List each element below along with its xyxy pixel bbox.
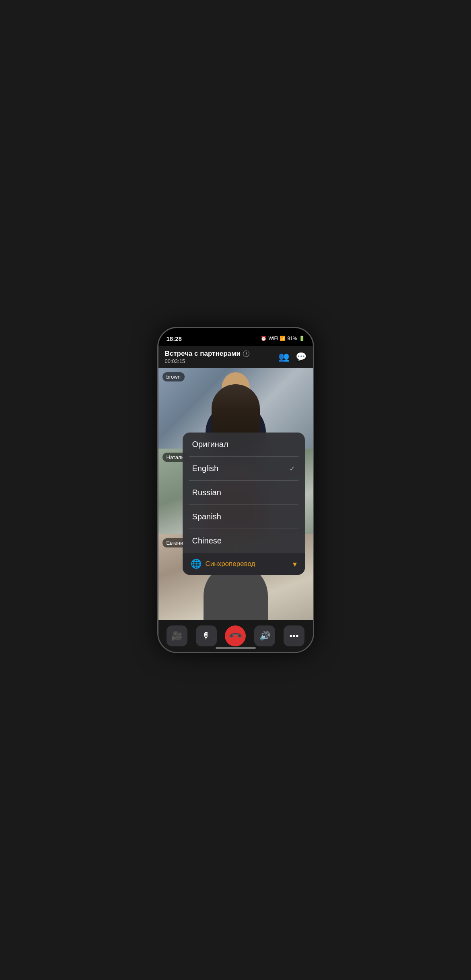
header-left: Встреча с партнерами i 00:03:15	[165, 350, 250, 364]
mic-icon: 🎙	[202, 631, 211, 641]
wifi-icon: WiFi	[268, 336, 278, 341]
participants-icon[interactable]: 👥	[278, 352, 289, 362]
header-icons: 👥 💬	[278, 352, 306, 362]
speaker-button[interactable]: 🔊	[254, 625, 275, 646]
dropdown-item-chinese[interactable]: Chinese	[183, 529, 305, 553]
dropdown-label-english: English	[192, 464, 219, 473]
alarm-icon: ⏰	[261, 336, 267, 341]
dropdown-label-original: Оригинал	[192, 440, 228, 449]
dropdown-item-original[interactable]: Оригинал	[183, 433, 305, 456]
battery-text: 91%	[287, 336, 297, 341]
signal-icon: 📶	[280, 336, 286, 341]
video-label-brown: brown	[162, 372, 185, 381]
dropdown-label-chinese: Chinese	[192, 536, 222, 545]
more-icon: •••	[290, 631, 299, 641]
sync-translate-label: Синхроперевод	[206, 560, 289, 568]
dropdown-label-spanish: Spanish	[192, 512, 221, 521]
call-header: Встреча с партнерами i 00:03:15 👥 💬	[158, 346, 313, 368]
dropdown-footer[interactable]: 🌐 Синхроперевод ▾	[183, 553, 305, 575]
meeting-title: Встреча с партнерами	[165, 350, 241, 358]
language-dropdown: Оригинал English ✓ Russian Spanish Chine…	[183, 433, 305, 575]
dropdown-label-russian: Russian	[192, 488, 221, 497]
info-icon[interactable]: i	[243, 351, 249, 357]
camera-button[interactable]: 🎥	[167, 625, 187, 646]
end-call-button[interactable]: 📞	[225, 625, 246, 646]
phone-notch	[212, 328, 260, 339]
camera-icon: 🎥	[171, 631, 182, 641]
call-timer: 00:03:15	[165, 358, 250, 364]
home-indicator	[216, 647, 256, 649]
end-call-icon: 📞	[228, 628, 243, 643]
dropdown-item-english[interactable]: English ✓	[183, 457, 305, 480]
phone-frame: 18:28 ⏰ WiFi 📶 91% 🔋 Встреча с партнерам…	[157, 327, 314, 653]
status-time: 18:28	[167, 335, 182, 342]
dropdown-item-russian[interactable]: Russian	[183, 481, 305, 504]
mic-button[interactable]: 🎙	[196, 625, 217, 646]
side-button	[313, 408, 314, 433]
dropdown-item-spanish[interactable]: Spanish	[183, 505, 305, 529]
chat-icon[interactable]: 💬	[296, 352, 306, 362]
translate-icon: 🌐	[191, 559, 202, 569]
checkmark-icon: ✓	[289, 464, 295, 473]
chevron-down-icon: ▾	[293, 559, 297, 569]
call-title: Встреча с партнерами i	[165, 350, 250, 358]
status-icons: ⏰ WiFi 📶 91% 🔋	[261, 336, 304, 341]
battery-icon: 🔋	[299, 336, 305, 341]
more-button[interactable]: •••	[284, 625, 304, 646]
speaker-icon: 🔊	[259, 631, 270, 641]
